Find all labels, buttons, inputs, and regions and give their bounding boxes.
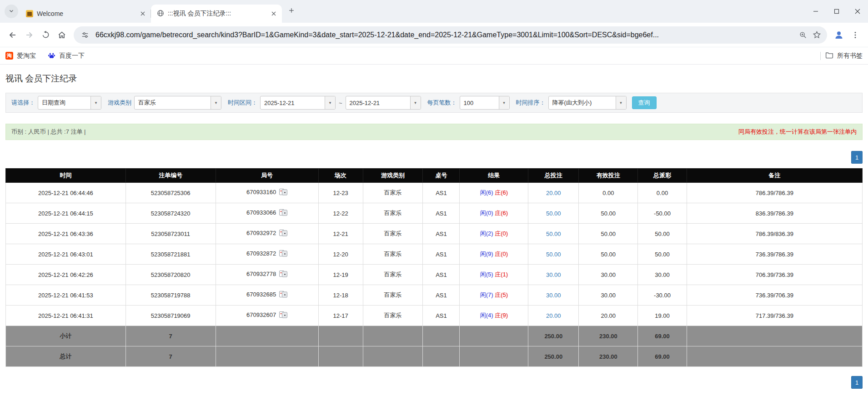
total-bet-link[interactable]: 50.00 xyxy=(546,251,561,258)
new-tab-button[interactable] xyxy=(285,5,298,18)
total-bet-link[interactable]: 50.00 xyxy=(546,231,561,237)
bet-row: 2025-12-21 06:41:31523058719069670932607… xyxy=(6,306,863,326)
total-bet-link[interactable]: 30.00 xyxy=(546,271,561,278)
game-type-select[interactable]: 百家乐 ▾ xyxy=(134,96,221,110)
payout-cell: -30.00 xyxy=(638,285,687,306)
total-bet-cell: 50.00 xyxy=(528,224,579,244)
tab-betrecord[interactable]: :::视讯 会员下注纪录::: xyxy=(151,5,282,23)
pagination-bottom: 1 xyxy=(5,376,863,389)
page-1-button[interactable]: 1 xyxy=(851,376,863,389)
site-settings-button[interactable] xyxy=(78,28,92,42)
empty-cell xyxy=(687,346,862,367)
date-start-select[interactable]: 2025-12-21 ▾ xyxy=(260,96,336,110)
note-cell: 736.39/786.39 xyxy=(687,244,862,265)
bet-time-cell: 2025-12-21 06:41:53 xyxy=(6,285,126,306)
bet-row: 2025-12-21 06:42:26523058720820670932778… xyxy=(6,265,863,285)
session-cell: 12-23 xyxy=(318,183,363,203)
total-bet-link[interactable]: 50.00 xyxy=(546,210,561,217)
forward-button[interactable] xyxy=(21,27,37,43)
chevron-down-icon xyxy=(9,7,14,15)
note-cell: 786.39/836.39 xyxy=(687,224,862,244)
home-button[interactable] xyxy=(54,27,70,43)
game-type-cell: 百家乐 xyxy=(363,224,423,244)
chevron-down-icon[interactable]: ▾ xyxy=(325,96,335,109)
total-bet-link[interactable]: 20.00 xyxy=(546,312,561,319)
game-type-cell: 百家乐 xyxy=(363,203,423,224)
date-end-select[interactable]: 2025-12-21 ▾ xyxy=(346,96,421,110)
sort-order-select[interactable]: 降幂(由大到小) ▾ xyxy=(548,96,627,110)
total-count: 7 xyxy=(125,346,216,367)
total-bet-link[interactable]: 30.00 xyxy=(546,292,561,299)
result-cell: 闲(2) 庄(0) xyxy=(460,224,528,244)
window-minimize-button[interactable] xyxy=(805,0,826,23)
bet-time-cell: 2025-12-21 06:42:26 xyxy=(6,265,126,285)
three-dots-icon xyxy=(852,31,859,39)
per-page-select[interactable]: 100 ▾ xyxy=(460,96,510,110)
bookmark-star-button[interactable] xyxy=(810,28,823,42)
game-replay-cards-icon[interactable] xyxy=(279,291,287,299)
valid-bet-cell: 0.00 xyxy=(579,183,638,203)
profile-button[interactable] xyxy=(831,27,847,43)
chevron-down-icon[interactable]: ▾ xyxy=(211,96,221,109)
total-bet-cell: 30.00 xyxy=(528,285,579,306)
result-banker: 庄(5) xyxy=(495,291,508,298)
search-button[interactable]: 查询 xyxy=(632,96,657,109)
filter-bar: 请选择： 日期查询 ▾ 游戏类别 百家乐 ▾ 时间区间： 2025-12-21 … xyxy=(5,93,863,113)
query-mode-value: 日期查询 xyxy=(38,99,90,107)
sort-label: 时间排序： xyxy=(516,99,546,107)
browser-menu-button[interactable] xyxy=(847,27,863,43)
table-id-cell: AS1 xyxy=(423,244,460,265)
session-cell: 12-17 xyxy=(318,306,363,326)
back-button[interactable] xyxy=(5,27,21,43)
round-id-text: 670933160 xyxy=(246,189,276,195)
chevron-down-icon[interactable]: ▾ xyxy=(90,96,101,109)
table-id-cell: AS1 xyxy=(423,224,460,244)
bet-time-cell: 2025-12-21 06:41:31 xyxy=(6,306,126,326)
payout-cell: 0.00 xyxy=(638,183,687,203)
game-replay-cards-icon[interactable] xyxy=(279,230,287,238)
table-id-cell: AS1 xyxy=(423,285,460,306)
empty-cell xyxy=(423,326,460,346)
chevron-down-icon[interactable]: ▾ xyxy=(410,96,421,109)
all-bookmarks-button[interactable]: 所有书签 xyxy=(825,51,863,60)
bookmark-taobao[interactable]: 淘 爱淘宝 xyxy=(5,52,36,60)
date-range-separator: ~ xyxy=(339,100,342,106)
game-replay-cards-icon[interactable] xyxy=(279,250,287,258)
total-bet-cell: 50.00 xyxy=(528,203,579,224)
tab-bar: Welcome :::视讯 会员下注纪录::: xyxy=(0,0,868,23)
select-label: 请选择： xyxy=(11,99,35,107)
round-id-cell: 670932872 xyxy=(216,244,318,265)
result-player: 闲(9) xyxy=(480,251,493,257)
sort-order-value: 降幂(由大到小) xyxy=(549,99,616,107)
empty-cell xyxy=(423,346,460,367)
pagination-top: 1 xyxy=(5,151,863,164)
tab-close-button[interactable] xyxy=(138,9,147,18)
game-replay-cards-icon[interactable] xyxy=(279,189,287,197)
window-close-button[interactable] xyxy=(847,0,868,23)
game-replay-cards-icon[interactable] xyxy=(279,209,287,217)
tab-close-button[interactable] xyxy=(269,9,278,18)
bet-id-cell: 523058720820 xyxy=(125,265,216,285)
bookmark-baidu[interactable]: 百度一下 xyxy=(48,51,85,60)
game-replay-cards-icon[interactable] xyxy=(279,311,287,320)
col-header-time: 时间 xyxy=(6,169,126,183)
page-1-button[interactable]: 1 xyxy=(851,151,863,164)
empty-cell xyxy=(318,326,363,346)
tab-title: :::视讯 会员下注纪录::: xyxy=(168,10,266,18)
window-maximize-button[interactable] xyxy=(826,0,847,23)
game-replay-cards-icon[interactable] xyxy=(279,271,287,279)
empty-cell xyxy=(687,326,862,346)
bookmarks-bar: 淘 爱淘宝 百度一下 所有书签 xyxy=(0,47,868,65)
total-bet-cell: 50.00 xyxy=(528,244,579,265)
tab-welcome[interactable]: Welcome xyxy=(20,5,151,23)
query-mode-select[interactable]: 日期查询 ▾ xyxy=(38,96,101,110)
chevron-down-icon[interactable]: ▾ xyxy=(616,96,626,109)
zoom-button[interactable] xyxy=(796,28,810,42)
total-bet-link[interactable]: 20.00 xyxy=(546,190,561,196)
star-icon xyxy=(813,30,821,39)
refresh-button[interactable] xyxy=(37,27,54,43)
chevron-down-icon[interactable]: ▾ xyxy=(499,96,509,109)
address-bar[interactable]: 66cxkj98.com/game/betrecord_search/kind3… xyxy=(74,26,827,44)
baidu-paw-icon xyxy=(48,51,55,60)
tab-search-button[interactable] xyxy=(5,5,18,18)
